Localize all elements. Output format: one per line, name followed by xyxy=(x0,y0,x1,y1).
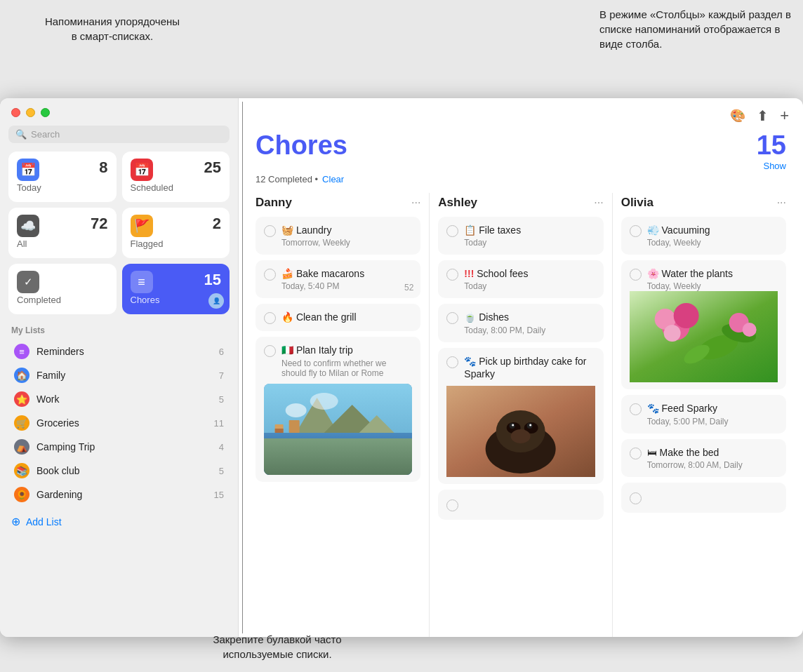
checkbox-clean-grill[interactable] xyxy=(264,312,276,324)
work-icon: ⭐ xyxy=(14,391,29,407)
chores-avatar: 👤 xyxy=(208,293,224,309)
app-window: 🔍 Search 📅 8 Today 📅 25 Scheduled xyxy=(0,98,803,637)
checkbox-feed-sparky[interactable] xyxy=(630,403,642,415)
svg-point-19 xyxy=(529,424,531,426)
task-bake-macarons[interactable]: 🍰 Bake macarons Today, 5:40 PM 52 xyxy=(255,260,420,298)
checkbox-file-taxes[interactable] xyxy=(446,225,458,237)
add-list-button[interactable]: ⊕ Add List xyxy=(0,509,238,534)
checkbox-birthday-cake[interactable] xyxy=(446,356,458,368)
checkbox-plan-italy[interactable] xyxy=(264,345,276,357)
svg-point-29 xyxy=(742,323,756,337)
column-danny: Danny ··· 🧺 Laundry Tomorrow, Weekly xyxy=(250,193,426,637)
svg-rect-6 xyxy=(289,420,300,433)
gardening-icon: 🌻 xyxy=(14,487,29,502)
task-dishes[interactable]: 🍵 Dishes Today, 8:00 PM, Daily xyxy=(438,304,603,342)
smart-card-all[interactable]: ☁️ 72 All xyxy=(8,208,117,258)
chores-icon: ≡ xyxy=(131,271,153,293)
smart-card-scheduled[interactable]: 📅 25 Scheduled xyxy=(122,152,230,202)
list-title: Chores xyxy=(255,130,347,161)
svg-point-18 xyxy=(512,424,514,426)
smart-card-chores[interactable]: ≡ 15 Chores 👤 xyxy=(122,264,230,314)
task-laundry[interactable]: 🧺 Laundry Tomorrow, Weekly xyxy=(255,217,420,255)
task-vacuuming[interactable]: 💨 Vacuuming Today, Weekly xyxy=(621,217,786,255)
flagged-icon: 🚩 xyxy=(131,215,153,237)
all-icon: ☁️ xyxy=(17,215,39,237)
camping-icon: ⛺ xyxy=(14,439,29,455)
add-list-icon: ⊕ xyxy=(11,515,20,528)
column-divider-1 xyxy=(429,193,430,637)
checkbox-school-fees[interactable] xyxy=(446,269,458,281)
column-ashley: Ashley ··· 📋 File taxes Today xyxy=(432,193,609,637)
groceries-icon: 🛒 xyxy=(14,415,29,431)
add-button[interactable]: + xyxy=(780,107,789,125)
show-button[interactable]: Show xyxy=(757,161,786,171)
column-items-ashley: 📋 File taxes Today !!! School fees Today xyxy=(438,217,603,637)
smart-card-today[interactable]: 📅 8 Today xyxy=(8,152,117,202)
dog-image xyxy=(446,386,595,477)
task-badge-macarons: 52 xyxy=(404,283,413,293)
task-school-fees[interactable]: !!! School fees Today xyxy=(438,260,603,298)
title-bar xyxy=(0,98,238,123)
checkbox-dishes[interactable] xyxy=(446,312,458,324)
svg-point-23 xyxy=(673,303,698,328)
checkbox-empty-olivia[interactable] xyxy=(630,492,642,504)
main-content: 🎨 ⬆ + Chores 15 Show 12 Completed • Clea… xyxy=(239,98,803,637)
my-lists-section-title: My Lists xyxy=(0,323,238,340)
palette-button[interactable]: 🎨 xyxy=(730,108,745,123)
column-more-olivia[interactable]: ··· xyxy=(777,196,786,209)
column-more-ashley[interactable]: ··· xyxy=(594,196,603,209)
bookclub-icon: 📚 xyxy=(14,463,29,478)
task-birthday-cake[interactable]: 🐾 Pick up birthday cake for Sparky xyxy=(438,348,603,484)
clear-button[interactable]: Clear xyxy=(322,174,344,184)
sidebar-item-gardening[interactable]: 🌻 Gardening 15 xyxy=(3,483,235,506)
smart-card-flagged[interactable]: 🚩 2 Flagged xyxy=(122,208,230,258)
checkbox-laundry[interactable] xyxy=(264,225,276,237)
sidebar-item-bookclub[interactable]: 📚 Book club 5 xyxy=(3,459,235,483)
checkbox-water-plants[interactable] xyxy=(630,269,642,281)
task-file-taxes[interactable]: 📋 File taxes Today xyxy=(438,217,603,255)
task-make-bed[interactable]: 🛏 Make the bed Tomorrow, 8:00 AM, Daily xyxy=(621,439,786,477)
column-items-olivia: 💨 Vacuuming Today, Weekly 🌸 Water the pl… xyxy=(621,217,786,637)
column-olivia: Olivia ··· 💨 Vacuuming Today, Weekly xyxy=(616,193,792,637)
checkbox-make-bed[interactable] xyxy=(630,448,642,459)
checkbox-empty-ashley[interactable] xyxy=(446,499,458,511)
header-count: 15 xyxy=(757,130,786,161)
column-divider-2 xyxy=(612,193,613,637)
share-button[interactable]: ⬆ xyxy=(757,107,769,124)
column-more-danny[interactable]: ··· xyxy=(411,196,420,209)
sidebar-item-reminders[interactable]: ≡ Reminders 6 xyxy=(3,340,235,363)
annotation-columns: В режиме «Столбцы» каждый раздел в списк… xyxy=(599,7,796,51)
smart-lists-grid: 📅 8 Today 📅 25 Scheduled ☁️ 72 All xyxy=(0,152,238,323)
checkbox-bake-macarons[interactable] xyxy=(264,269,276,281)
today-icon: 📅 xyxy=(17,159,39,181)
svg-point-9 xyxy=(310,393,338,410)
italy-image xyxy=(264,384,412,475)
completed-line: 12 Completed • Clear xyxy=(239,174,803,193)
traffic-light-fullscreen[interactable] xyxy=(41,108,50,117)
sidebar-item-work[interactable]: ⭐ Work 5 xyxy=(3,387,235,411)
task-empty-olivia[interactable] xyxy=(621,483,786,513)
columns-area: Danny ··· 🧺 Laundry Tomorrow, Weekly xyxy=(239,193,803,637)
checkbox-vacuuming[interactable] xyxy=(630,225,642,237)
scheduled-icon: 📅 xyxy=(131,159,153,181)
flowers-image xyxy=(630,291,778,382)
sidebar-item-camping[interactable]: ⛺ Camping Trip 4 xyxy=(3,435,235,459)
search-bar[interactable]: 🔍 Search xyxy=(8,126,230,143)
task-plan-italy[interactable]: 🇮🇹 Plan Italy trip Need to confirm wheth… xyxy=(255,337,420,481)
annotation-smart-lists: Напоминания упорядочены в смарт-списках. xyxy=(42,14,182,43)
smart-card-completed[interactable]: ✓ Completed xyxy=(8,264,117,314)
task-water-plants[interactable]: 🌸 Water the plants Today, Weekly xyxy=(621,260,786,389)
completed-icon: ✓ xyxy=(17,271,39,293)
sidebar-item-groceries[interactable]: 🛒 Groceries 11 xyxy=(3,411,235,435)
column-header-olivia: Olivia ··· xyxy=(621,193,786,217)
svg-rect-1 xyxy=(264,433,412,475)
task-feed-sparky[interactable]: 🐾 Feed Sparky Today, 5:00 PM, Daily xyxy=(621,395,786,433)
traffic-light-minimize[interactable] xyxy=(26,108,35,117)
column-items-danny: 🧺 Laundry Tomorrow, Weekly 🍰 Bake macaro… xyxy=(255,217,420,637)
task-empty-ashley[interactable] xyxy=(438,490,603,520)
sidebar-item-family[interactable]: 🏠 Family 7 xyxy=(3,363,235,387)
task-clean-grill[interactable]: 🔥 Clean the grill xyxy=(255,304,420,331)
svg-rect-7 xyxy=(275,429,284,433)
traffic-light-close[interactable] xyxy=(11,108,20,117)
column-header-ashley: Ashley ··· xyxy=(438,193,603,217)
